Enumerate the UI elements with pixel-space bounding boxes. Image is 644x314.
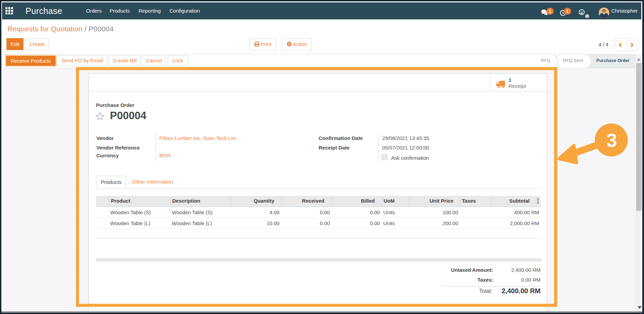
svg-text:RFQ: RFQ [541,58,550,63]
svg-text:RFQ Sent: RFQ Sent [563,58,583,63]
svg-text:3: 3 [606,129,617,151]
svg-text:Purchase Order: Purchase Order [596,58,630,63]
